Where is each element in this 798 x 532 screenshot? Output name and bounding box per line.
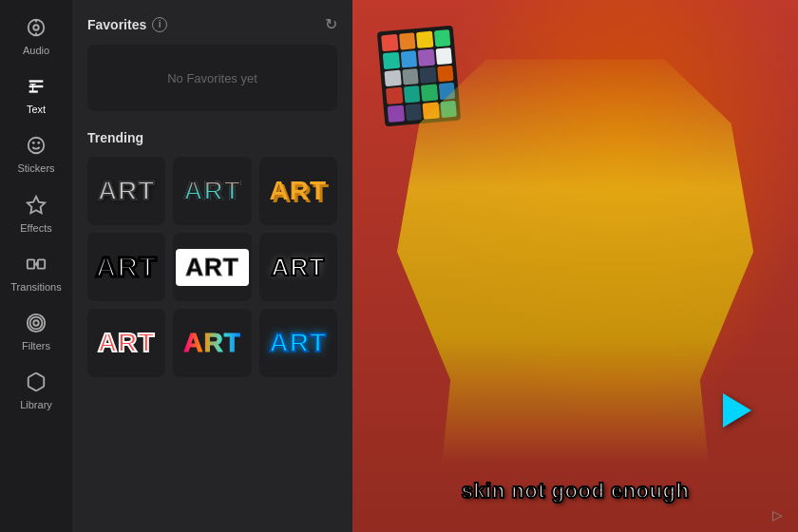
- sidebar-item-audio-label: Audio: [23, 45, 49, 57]
- art-style-cell-7[interactable]: ART: [87, 309, 165, 377]
- sidebar-item-text[interactable]: T Text: [4, 68, 68, 124]
- text-styles-panel: Favorites i ↻ No Favorites yet Trending …: [72, 0, 352, 532]
- favorites-info-icon[interactable]: i: [152, 17, 167, 32]
- svg-point-15: [33, 320, 39, 326]
- art-style-cell-8[interactable]: ART: [173, 309, 251, 377]
- trending-title: Trending: [87, 130, 337, 145]
- text-icon: T: [26, 76, 47, 100]
- sidebar-item-effects-label: Effects: [20, 222, 51, 235]
- favorites-header: Favorites i ↻: [87, 15, 337, 33]
- art-style-text-6: ART: [272, 253, 325, 282]
- favorites-title: Favorites i: [87, 17, 167, 32]
- sidebar-item-audio[interactable]: Audio: [4, 10, 68, 65]
- library-icon: [26, 371, 47, 395]
- art-style-cell-9[interactable]: ART: [259, 309, 337, 377]
- sidebar-item-effects[interactable]: Effects: [4, 187, 68, 242]
- art-style-text-2: ART: [183, 176, 241, 206]
- sidebar: Audio T Text St: [0, 0, 72, 532]
- art-style-cell-2[interactable]: ART: [173, 157, 251, 225]
- sidebar-item-stickers-label: Stickers: [17, 162, 54, 175]
- art-style-text-9: ART: [270, 328, 328, 358]
- art-style-text-3: ART: [270, 176, 328, 206]
- filters-icon: [26, 313, 47, 336]
- favorites-empty-box: No Favorites yet: [87, 45, 337, 111]
- sidebar-item-transitions-label: Transitions: [10, 281, 61, 294]
- refresh-icon[interactable]: ↻: [325, 15, 337, 33]
- sidebar-item-filters-label: Filters: [22, 340, 50, 352]
- art-style-cell-1[interactable]: ART: [87, 157, 165, 225]
- preview-area: skin not good enough ▷: [352, 0, 798, 532]
- svg-point-8: [28, 138, 45, 154]
- favorites-empty-text: No Favorites yet: [167, 71, 257, 86]
- preview-image: skin not good enough ▷: [352, 0, 798, 532]
- svg-point-1: [33, 25, 39, 30]
- cursor-arrow: [723, 393, 751, 428]
- subtitle-text: skin not good enough: [462, 479, 690, 504]
- svg-marker-11: [28, 196, 45, 212]
- svg-point-16: [30, 317, 43, 330]
- art-style-text-4: ART: [96, 251, 158, 283]
- sidebar-item-filters[interactable]: Filters: [4, 305, 68, 360]
- art-style-cell-4[interactable]: ART: [87, 233, 165, 301]
- transitions-icon: [26, 254, 47, 277]
- sidebar-item-library[interactable]: Library: [4, 364, 68, 419]
- art-style-text-7: ART: [98, 328, 156, 358]
- art-style-text-8: ART: [183, 328, 241, 358]
- audio-icon: [26, 17, 47, 41]
- effects-icon: [26, 195, 47, 218]
- art-style-cell-6[interactable]: ART: [259, 233, 337, 301]
- subtitle-area: skin not good enough: [352, 479, 798, 504]
- sidebar-item-text-label: Text: [27, 104, 46, 116]
- svg-text:T: T: [30, 83, 37, 93]
- sidebar-item-transitions[interactable]: Transitions: [4, 246, 68, 301]
- art-style-cell-3[interactable]: ART: [259, 157, 337, 225]
- art-style-text-5: ART: [176, 249, 248, 286]
- sidebar-item-stickers[interactable]: Stickers: [4, 127, 68, 182]
- app-container: Audio T Text St: [0, 0, 798, 532]
- art-style-cell-5[interactable]: ART: [173, 233, 251, 301]
- art-style-text-1: ART: [98, 176, 156, 206]
- stickers-icon: [26, 135, 47, 159]
- art-styles-grid: ART ART ART ART ART ART ART ART: [87, 157, 337, 377]
- sidebar-item-library-label: Library: [20, 399, 52, 411]
- svg-rect-12: [28, 259, 34, 268]
- play-button[interactable]: ▷: [768, 505, 787, 524]
